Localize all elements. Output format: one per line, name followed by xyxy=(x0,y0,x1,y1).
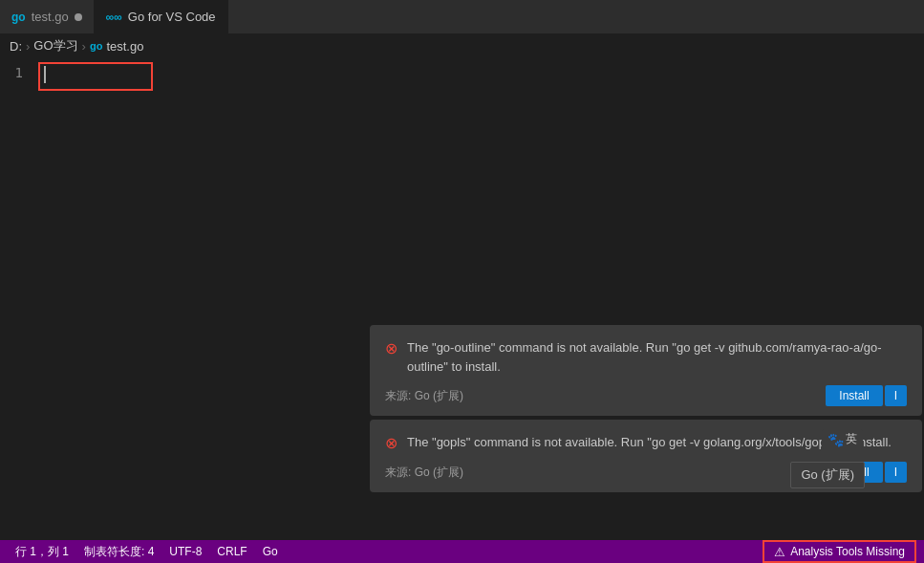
status-warning-button[interactable]: ⚠ Analysis Tools Missing xyxy=(763,540,916,563)
line-row-1: 1 xyxy=(0,62,924,91)
cursor-line xyxy=(44,66,46,83)
breadcrumb-sep2: › xyxy=(82,39,86,54)
go-icon-tab2: ∞∞ xyxy=(106,11,122,24)
error-icon-2: ⊗ xyxy=(385,434,398,452)
status-line-ending[interactable]: CRLF xyxy=(209,540,254,563)
breadcrumb: D: › GO学习 › go test.go xyxy=(0,33,924,58)
warning-icon: ⚠ xyxy=(774,545,785,559)
install-all-button-2[interactable]: I xyxy=(885,462,907,483)
install-button-1[interactable]: Install xyxy=(826,385,882,406)
notification-1-footer: 来源: Go (扩展) Install I xyxy=(385,385,907,406)
tab-modified-dot xyxy=(75,13,82,21)
line-number-1: 1 xyxy=(0,62,38,91)
go-icon-breadcrumb: go xyxy=(90,40,102,52)
status-language[interactable]: Go xyxy=(255,540,286,563)
tab-go-vscode[interactable]: ∞∞ Go for VS Code xyxy=(95,0,228,33)
editor-cursor-box xyxy=(38,62,153,91)
tab-test-go[interactable]: go test.go xyxy=(0,0,95,33)
editor-area[interactable]: 1 xyxy=(0,58,924,95)
error-icon-1: ⊗ xyxy=(385,339,398,357)
lang-badge-text: 英 xyxy=(846,431,857,447)
notification-1: ⊗ The "go-outline" command is not availa… xyxy=(370,325,922,416)
status-bar: 行 1，列 1 制表符长度: 4 UTF-8 CRLF Go ⚠ Analysi… xyxy=(0,540,924,563)
tooltip-text: Go (扩展) xyxy=(801,467,854,482)
status-language-text: Go xyxy=(263,545,278,558)
status-position[interactable]: 行 1，列 1 xyxy=(8,540,76,563)
install-all-button-1[interactable]: I xyxy=(885,385,907,406)
breadcrumb-folder[interactable]: GO学习 xyxy=(33,37,77,54)
go-icon-tab1: go xyxy=(11,11,26,24)
status-line-ending-text: CRLF xyxy=(217,545,247,558)
tab-test-go-label: test.go xyxy=(32,10,69,24)
status-tab-size[interactable]: 制表符长度: 4 xyxy=(76,540,161,563)
lang-badge[interactable]: 🐾 英 xyxy=(822,429,863,449)
notification-1-body: ⊗ The "go-outline" command is not availa… xyxy=(385,338,907,376)
cursor-container xyxy=(38,62,153,91)
breadcrumb-drive: D: xyxy=(10,39,22,54)
warning-label: Analysis Tools Missing xyxy=(790,545,905,558)
status-position-text: 行 1，列 1 xyxy=(15,544,69,560)
breadcrumb-file[interactable]: test.go xyxy=(106,39,143,54)
breadcrumb-sep1: › xyxy=(26,39,30,54)
notification-2-source: 来源: Go (扩展) xyxy=(385,465,463,481)
notification-1-text: The "go-outline" command is not availabl… xyxy=(407,338,907,376)
paw-icon: 🐾 xyxy=(827,432,844,447)
status-tab-size-text: 制表符长度: 4 xyxy=(84,544,154,560)
notification-1-source: 来源: Go (扩展) xyxy=(385,388,463,404)
tab-bar: go test.go ∞∞ Go for VS Code xyxy=(0,0,924,33)
notification-1-actions: Install I xyxy=(826,385,907,406)
status-encoding-text: UTF-8 xyxy=(169,545,202,558)
main-content: 1 ⊗ The "go-outline" command is not avai… xyxy=(0,58,924,540)
tooltip-go-extension: Go (扩展) xyxy=(790,462,865,488)
tab-go-vscode-label: Go for VS Code xyxy=(128,10,216,24)
notification-2-text: The "gopls" command is not available. Ru… xyxy=(407,433,892,452)
status-encoding[interactable]: UTF-8 xyxy=(161,540,209,563)
